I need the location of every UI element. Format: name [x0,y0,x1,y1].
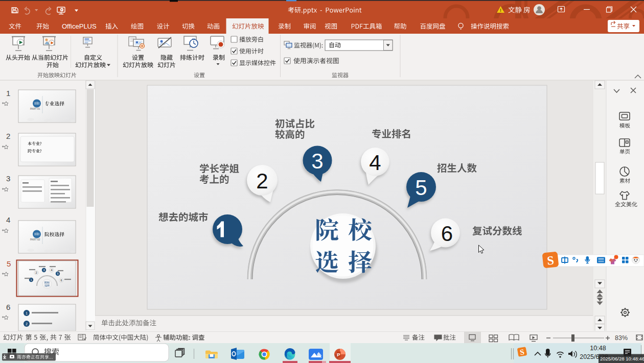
svg-text:OfficePLUS: OfficePLUS [62,22,97,30]
svg-text:2: 2 [26,322,28,326]
svg-text:3: 3 [43,269,44,272]
svg-text:4: 4 [6,215,10,224]
svg-text:1: 1 [6,89,10,98]
svg-text:2: 2 [6,132,10,140]
svg-text:!: ! [500,8,501,13]
svg-text:PART 02: PART 02 [30,238,40,241]
svg-text:10:48: 10:48 [590,345,606,352]
svg-text:6: 6 [6,303,10,311]
svg-text:4: 4 [369,151,381,175]
svg-text:83%: 83% [615,334,628,342]
svg-text:3: 3 [6,174,10,183]
svg-text:6: 6 [441,222,453,246]
svg-text:2: 2 [35,271,37,274]
svg-text:3: 3 [311,149,323,173]
svg-text:5: 5 [7,259,11,268]
svg-text:P: P [337,352,340,357]
svg-text:S: S [546,253,555,267]
svg-text:2025/06/28 10:48:46: 2025/06/28 10:48:46 [600,356,644,361]
svg-text:1: 1 [30,278,32,281]
svg-text:6: 6 [60,279,62,282]
svg-text:5: 5 [57,272,58,275]
svg-text:5: 5 [415,176,427,200]
svg-text:PART 01: PART 01 [30,108,40,110]
svg-text:2: 2 [256,169,268,193]
svg-text:4: 4 [51,269,52,272]
svg-text:1: 1 [26,311,28,315]
